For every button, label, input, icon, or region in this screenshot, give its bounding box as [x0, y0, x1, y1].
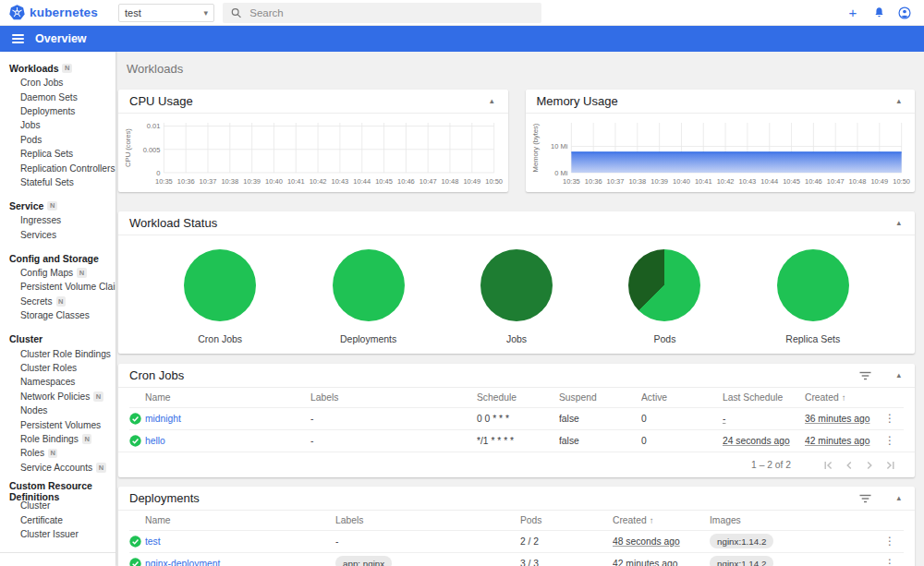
- namespace-selector[interactable]: test ▾: [118, 4, 214, 22]
- table-row: hello-*/1 * * * *false024 seconds ago42 …: [129, 429, 904, 452]
- relative-time: 36 minutes ago: [805, 414, 869, 424]
- filter-button[interactable]: [859, 371, 871, 380]
- namespaced-badge: N: [96, 463, 105, 473]
- replica-sets-pie-column: Replica Sets: [739, 249, 887, 344]
- sidebar-item-namespaces[interactable]: Namespaces: [0, 375, 116, 389]
- table-header-row: NameLabelsScheduleSuspendActiveLast Sche…: [129, 388, 904, 407]
- last-page-button[interactable]: [880, 460, 900, 471]
- cron-jobs-pie-column: Cron Jobs: [146, 249, 294, 344]
- top-actions: +: [845, 6, 924, 20]
- sidebar-item-persistent-volume-claims[interactable]: Persistent Volume ClaimsN: [0, 280, 116, 294]
- row-menu-button[interactable]: ⋮: [876, 557, 904, 566]
- column-header-created[interactable]: Created↑: [805, 388, 876, 407]
- sidebar-item-ingresses[interactable]: Ingresses: [0, 213, 116, 227]
- table-row: nginx-deploymentapp: nginx3 / 342 minute…: [129, 552, 904, 566]
- row-menu-button[interactable]: ⋮: [876, 412, 904, 425]
- row-menu-button[interactable]: ⋮: [876, 535, 904, 548]
- memory-usage-card: Memory Usage ▴ 0 Mi10 Mi10:3510:3610:371…: [526, 90, 916, 192]
- menu-icon[interactable]: [12, 34, 24, 43]
- sidebar-item-cluster-role-bindings[interactable]: Cluster Role Bindings: [0, 346, 116, 360]
- sidebar-item-deployments[interactable]: Deployments: [0, 104, 116, 118]
- collapse-icon[interactable]: ▴: [896, 371, 901, 379]
- namespaced-badge: N: [62, 64, 71, 74]
- sidebar-item-nodes[interactable]: Nodes: [0, 403, 116, 417]
- svg-text:0 Mi: 0 Mi: [554, 169, 567, 177]
- namespaced-badge: N: [77, 268, 86, 278]
- kubernetes-logo[interactable]: kubernetes: [0, 5, 116, 20]
- sidebar-item-cluster-issuer[interactable]: Cluster Issuer: [0, 527, 116, 541]
- status-ok-icon: [129, 413, 141, 425]
- column-header-name[interactable]: Name: [145, 511, 335, 530]
- sidebar-item-cron-jobs[interactable]: Cron Jobs: [0, 76, 116, 90]
- svg-text:10:36: 10:36: [177, 177, 195, 186]
- table-cell: */1 * * * *: [477, 429, 559, 452]
- deployments-title: Deployments: [129, 491, 200, 505]
- svg-text:10:35: 10:35: [155, 177, 173, 186]
- column-header-suspend[interactable]: Suspend: [559, 388, 641, 407]
- collapse-icon[interactable]: ▴: [896, 97, 901, 105]
- sidebar-item-storage-classes[interactable]: Storage Classes: [0, 308, 116, 322]
- sidebar-item-service-accounts[interactable]: Service AccountsN: [0, 461, 116, 475]
- sidebar-item-replica-sets[interactable]: Replica Sets: [0, 147, 116, 161]
- first-page-button[interactable]: [819, 460, 839, 471]
- collapse-icon[interactable]: ▴: [896, 219, 901, 227]
- deployments-pie-column: Deployments: [294, 249, 442, 344]
- sidebar-nav: WorkloadsNCron JobsDaemon SetsDeployment…: [0, 52, 116, 566]
- row-menu-button[interactable]: ⋮: [876, 434, 904, 447]
- sidebar-item-certificate[interactable]: Certificate: [0, 512, 116, 526]
- sidebar-item-daemon-sets[interactable]: Daemon Sets: [0, 90, 116, 103]
- sidebar-item-jobs[interactable]: Jobs: [0, 118, 116, 132]
- memory-usage-chart: 0 Mi10 Mi10:3510:3610:3710:3810:3910:401…: [528, 114, 912, 190]
- search-input[interactable]: [249, 7, 533, 18]
- sidebar-item-secrets[interactable]: SecretsN: [0, 295, 116, 308]
- table-cell: -: [335, 530, 520, 552]
- sidebar-item-role-bindings[interactable]: Role BindingsN: [0, 432, 116, 446]
- collapse-icon[interactable]: ▴: [490, 97, 494, 105]
- column-header-labels[interactable]: Labels: [335, 511, 520, 530]
- notifications-button[interactable]: [871, 6, 886, 20]
- filter-icon: [859, 494, 871, 503]
- svg-text:10:46: 10:46: [804, 177, 821, 186]
- previous-page-button[interactable]: [839, 460, 859, 471]
- last-page-icon: [884, 460, 895, 471]
- add-resource-button[interactable]: +: [845, 6, 860, 20]
- column-header-labels[interactable]: Labels: [310, 388, 477, 407]
- pie-label: Cron Jobs: [198, 333, 242, 344]
- sidebar-divider: [0, 552, 116, 553]
- sidebar-item-roles[interactable]: RolesN: [0, 446, 116, 460]
- column-header-pods[interactable]: Pods: [520, 511, 613, 530]
- column-header-active[interactable]: Active: [641, 388, 723, 407]
- column-header-schedule[interactable]: Schedule: [477, 388, 559, 407]
- sidebar-group-config-and-storage: Config and Storage: [0, 251, 116, 266]
- main-content: Workloads CPU Usage ▴ 00.0050.0110:3510:…: [116, 52, 924, 566]
- sidebar-item-cluster-roles[interactable]: Cluster Roles: [0, 361, 116, 375]
- column-header-last-schedule[interactable]: Last Schedule: [723, 388, 805, 407]
- account-button[interactable]: [897, 6, 912, 20]
- column-header-created[interactable]: Created↑: [613, 511, 710, 530]
- svg-text:10:45: 10:45: [783, 177, 800, 186]
- sidebar-item-pods[interactable]: Pods: [0, 133, 116, 147]
- svg-text:10:44: 10:44: [353, 177, 371, 186]
- collapse-icon[interactable]: ▴: [896, 494, 901, 502]
- sidebar-item-replication-controllers[interactable]: Replication Controllers: [0, 161, 116, 175]
- filter-icon: [859, 371, 871, 380]
- pie-label: Replica Sets: [785, 333, 840, 344]
- column-header-images[interactable]: Images: [710, 511, 876, 530]
- resource-link[interactable]: test: [145, 536, 161, 547]
- resource-link[interactable]: hello: [145, 436, 165, 446]
- sidebar-item-persistent-volumes[interactable]: Persistent Volumes: [0, 417, 116, 431]
- sidebar-item-stateful-sets[interactable]: Stateful Sets: [0, 175, 116, 189]
- sidebar-item-services[interactable]: Services: [0, 228, 116, 242]
- svg-text:10:40: 10:40: [673, 177, 690, 186]
- kubernetes-helm-icon: [9, 5, 25, 20]
- table-cell: -: [310, 407, 477, 429]
- next-page-button[interactable]: [859, 460, 880, 471]
- resource-link[interactable]: midnight: [145, 414, 181, 424]
- resource-link[interactable]: nginx-deployment: [145, 559, 220, 566]
- sidebar-group-custom-resource-definitions: Custom Resource Definitions: [0, 484, 116, 499]
- sidebar-item-config-maps[interactable]: Config MapsN: [0, 266, 116, 280]
- column-header-name[interactable]: Name: [145, 388, 310, 407]
- search-bar[interactable]: [223, 3, 541, 23]
- sidebar-item-network-policies[interactable]: Network PoliciesN: [0, 390, 116, 403]
- filter-button[interactable]: [859, 494, 871, 503]
